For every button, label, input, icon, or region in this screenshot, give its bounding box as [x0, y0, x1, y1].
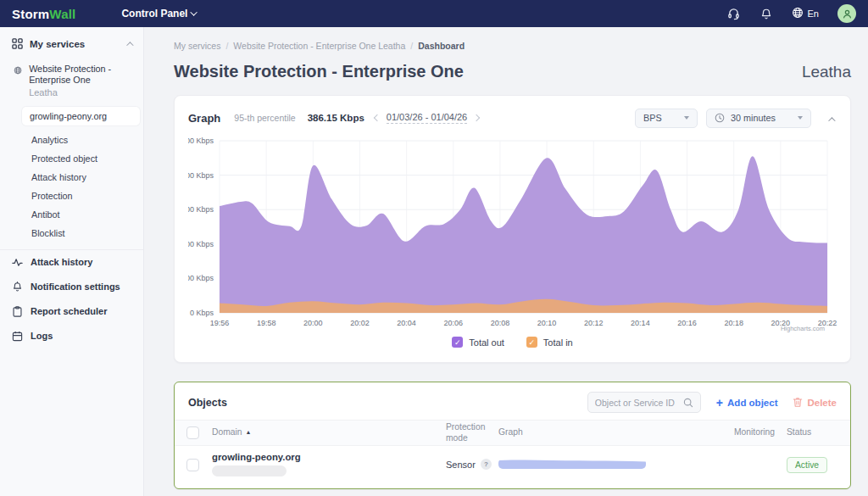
chart-area: 19:5619:5820:0020:0220:0420:0620:0820:10… — [188, 132, 837, 334]
support-headset-icon[interactable] — [727, 7, 741, 20]
sidebar-subitem-protection[interactable]: Protection — [0, 187, 143, 205]
activity-pulse-icon — [12, 257, 23, 268]
objects-card-title: Objects — [188, 397, 227, 409]
percentile-label: 95-th percentile — [234, 113, 295, 123]
graph-card-title: Graph — [188, 112, 220, 125]
grid-icon — [12, 38, 23, 49]
stormwall-logo[interactable]: StormWall — [12, 7, 75, 21]
chevron-down-icon — [684, 116, 689, 120]
breadcrumb-my-services[interactable]: My services — [174, 41, 220, 51]
sidebar-item-report-scheduler[interactable]: Report scheduler — [0, 299, 143, 324]
notifications-bell-icon[interactable] — [760, 7, 773, 20]
svg-text:20:04: 20:04 — [397, 319, 416, 327]
service-submenu: AnalyticsProtected objectAttack historyP… — [0, 129, 143, 249]
objects-table-header: Domain ▲ Protection mode Graph Monitorin… — [175, 420, 850, 446]
svg-text:20:06: 20:06 — [444, 319, 464, 327]
svg-text:20:14: 20:14 — [631, 319, 650, 327]
column-monitoring: Monitoring — [734, 427, 787, 437]
page-title: Website Protection - Enterprise One — [174, 62, 464, 81]
checked-checkbox-icon: ✓ — [526, 337, 537, 348]
clock-icon — [715, 113, 725, 123]
sort-asc-icon: ▲ — [245, 429, 251, 436]
status-badge: Active — [787, 457, 827, 473]
checked-checkbox-icon: ✓ — [452, 337, 463, 348]
highcharts-credits[interactable]: Highcharts.com — [781, 325, 825, 332]
objects-card: Objects + Add object Delete — [174, 382, 851, 489]
column-status: Status — [787, 427, 838, 437]
table-row: growling-peony.org Sensor ? Active — [175, 446, 850, 482]
sidebar-subitem-attack-history[interactable]: Attack history — [0, 168, 143, 187]
unit-select[interactable]: BPS — [635, 109, 698, 128]
plus-icon: + — [716, 397, 723, 409]
chevron-down-icon — [798, 116, 803, 120]
sidebar-service-item[interactable]: Website Protection - Enterprise One Leat… — [0, 59, 143, 101]
svg-text:500 Kbps: 500 Kbps — [188, 137, 214, 145]
legend-total-in[interactable]: ✓ Total in — [526, 337, 573, 348]
bell-gear-icon — [12, 281, 23, 293]
sidebar-item-notification-settings[interactable]: Notification settings — [0, 275, 143, 299]
svg-text:20:02: 20:02 — [350, 319, 370, 327]
column-domain[interactable]: Domain ▲ — [212, 427, 446, 437]
breadcrumb-dashboard: Dashboard — [418, 41, 465, 51]
svg-text:300 Kbps: 300 Kbps — [188, 205, 214, 214]
traffic-chart[interactable]: 19:5619:5820:0020:0220:0420:0620:0820:10… — [188, 132, 838, 331]
svg-text:100 Kbps: 100 Kbps — [188, 274, 214, 282]
add-object-button[interactable]: + Add object — [716, 397, 778, 409]
delete-button[interactable]: Delete — [793, 397, 837, 408]
svg-text:20:00: 20:00 — [303, 319, 323, 327]
column-protection-mode: Protection mode — [446, 422, 498, 443]
sidebar-subitem-analytics[interactable]: Analytics — [0, 131, 143, 149]
sidebar: My services Website Protection - Enterpr… — [0, 27, 144, 496]
row-domain-link[interactable]: growling-peony.org — [212, 452, 446, 462]
globe-icon — [792, 7, 804, 20]
control-panel-menu[interactable]: Control Panel — [121, 8, 198, 20]
sidebar-item-attack-history[interactable]: Attack history — [0, 250, 143, 275]
percentile-value: 386.15 Kbps — [308, 113, 364, 123]
svg-text:20:12: 20:12 — [584, 319, 604, 327]
row-checkbox[interactable] — [186, 459, 199, 471]
sidebar-domain-selected[interactable]: growling-peony.org — [22, 107, 140, 125]
chart-legend: ✓ Total out ✓ Total in — [188, 337, 837, 348]
info-icon[interactable]: ? — [481, 459, 492, 470]
service-name: Website Protection - Enterprise One — [29, 64, 135, 86]
trash-icon — [793, 397, 803, 408]
globe-icon — [14, 64, 22, 76]
select-all-checkbox[interactable] — [186, 426, 199, 439]
clipboard-icon — [12, 306, 23, 317]
object-search-input[interactable] — [595, 398, 678, 408]
search-icon[interactable] — [683, 398, 693, 408]
legend-total-out[interactable]: ✓ Total out — [452, 337, 504, 348]
sidebar-subitem-blocklist[interactable]: Blocklist — [0, 224, 143, 242]
sidebar-my-services-header[interactable]: My services — [0, 27, 143, 59]
sidebar-bottom-section: Attack history Notification settings Rep… — [0, 249, 143, 348]
svg-text:0 Kbps: 0 Kbps — [190, 309, 214, 317]
page-owner: Leatha — [802, 63, 851, 81]
chevron-up-icon[interactable] — [126, 42, 133, 48]
sidebar-item-logs[interactable]: Logs — [0, 324, 143, 348]
protection-mode-value: Sensor — [446, 460, 476, 470]
date-prev-icon[interactable] — [374, 114, 381, 121]
svg-text:400 Kbps: 400 Kbps — [188, 171, 214, 180]
date-range[interactable]: 01/03/26 - 01/04/26 — [387, 112, 467, 124]
calendar-icon — [12, 331, 23, 342]
sidebar-subitem-antibot[interactable]: Antibot — [0, 205, 143, 224]
domain-id-placeholder — [212, 465, 287, 476]
collapse-card-icon[interactable] — [825, 107, 837, 129]
svg-text:20:10: 20:10 — [537, 319, 557, 327]
chevron-down-icon — [191, 8, 198, 15]
svg-text:20:16: 20:16 — [677, 319, 697, 327]
date-next-icon[interactable] — [473, 114, 480, 121]
svg-text:20:08: 20:08 — [491, 319, 510, 327]
svg-text:20:18: 20:18 — [724, 319, 743, 327]
user-avatar[interactable] — [837, 4, 856, 23]
svg-text:19:58: 19:58 — [257, 319, 276, 327]
row-traffic-sparkline[interactable] — [498, 459, 646, 469]
breadcrumb: My services / Website Protection - Enter… — [174, 41, 851, 51]
breadcrumb-service[interactable]: Website Protection - Enterprise One Leat… — [233, 41, 405, 51]
object-search — [587, 392, 701, 413]
main-content: My services / Website Protection - Enter… — [144, 27, 868, 496]
language-switcher[interactable]: En — [792, 7, 819, 20]
service-owner: Leatha — [29, 87, 135, 99]
sidebar-subitem-protected-object[interactable]: Protected object — [0, 149, 143, 168]
interval-select[interactable]: 30 minutes — [706, 109, 811, 128]
